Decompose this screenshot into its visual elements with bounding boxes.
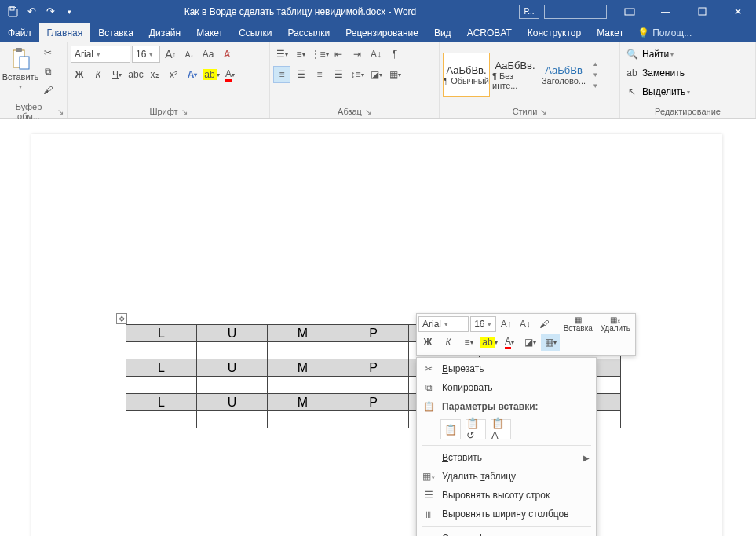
tab-file[interactable]: Файл xyxy=(0,23,39,42)
table-cell[interactable]: M xyxy=(268,325,338,342)
find-button[interactable]: 🔍Найти▾ xyxy=(623,46,690,63)
table-cell[interactable] xyxy=(197,411,268,428)
minimize-icon[interactable]: — xyxy=(648,0,684,23)
tab-home[interactable]: Главная xyxy=(39,23,91,42)
table-cell[interactable] xyxy=(197,342,268,359)
table-cell[interactable]: M xyxy=(268,394,338,411)
font-name-select[interactable]: Arial▾ xyxy=(71,46,130,63)
change-case-icon[interactable]: Aa xyxy=(199,46,217,63)
multilevel-icon[interactable]: ⋮≡▾ xyxy=(311,46,328,63)
table-cell[interactable]: L xyxy=(126,359,197,377)
table-cell[interactable] xyxy=(268,342,338,359)
dialog-launcher-icon[interactable]: ↘ xyxy=(540,108,546,116)
shading-icon[interactable]: ◪▾ xyxy=(367,66,385,83)
align-center-icon[interactable]: ☰ xyxy=(292,66,309,83)
account-area[interactable]: Р... xyxy=(519,0,607,23)
maximize-icon[interactable] xyxy=(684,0,720,23)
mini-bold-button[interactable]: Ж xyxy=(418,334,437,351)
mini-highlight-icon[interactable]: ab▾ xyxy=(480,334,499,351)
ribbon-display-icon[interactable] xyxy=(612,0,648,23)
text-effects-icon[interactable]: A▾ xyxy=(184,66,201,83)
numbering-icon[interactable]: ≡▾ xyxy=(292,46,309,63)
table-cell[interactable] xyxy=(126,342,197,359)
table-cell[interactable]: U xyxy=(197,394,268,411)
table-cell[interactable] xyxy=(338,411,409,428)
mini-size-select[interactable]: 16▾ xyxy=(470,316,495,332)
format-painter-icon[interactable]: 🖌 xyxy=(39,82,57,99)
bold-button[interactable]: Ж xyxy=(71,66,88,83)
paste-text-only-icon[interactable]: 📋A xyxy=(491,419,511,439)
superscript-button[interactable]: x² xyxy=(165,66,182,83)
mini-italic-button[interactable]: К xyxy=(439,334,458,351)
mini-delete-button[interactable]: ▦ₓУдалить xyxy=(597,315,634,333)
tell-me[interactable]: 💡Помощ... xyxy=(631,23,698,42)
tab-design[interactable]: Дизайн xyxy=(141,23,188,42)
paste-keep-source-icon[interactable]: 📋 xyxy=(440,419,461,439)
table-cell[interactable]: P xyxy=(338,325,409,342)
subscript-button[interactable]: x₂ xyxy=(146,66,163,83)
mini-borders-icon[interactable]: ▦▾ xyxy=(541,334,560,351)
justify-icon[interactable]: ☰ xyxy=(330,66,347,83)
ctx-copy[interactable]: ⧉Копировать xyxy=(417,378,596,397)
table-cell[interactable]: U xyxy=(197,325,268,342)
dialog-launcher-icon[interactable]: ↘ xyxy=(57,108,64,116)
align-left-icon[interactable]: ≡ xyxy=(273,66,290,83)
table-cell[interactable]: U xyxy=(197,359,268,377)
mini-font-color-icon[interactable]: A▾ xyxy=(500,334,519,351)
table-cell[interactable] xyxy=(197,377,268,394)
strikethrough-button[interactable]: abc xyxy=(127,66,144,83)
tab-review[interactable]: Рецензирование xyxy=(338,23,426,42)
mini-font-select[interactable]: Arial▾ xyxy=(418,316,469,332)
cut-icon[interactable]: ✂ xyxy=(39,44,57,61)
bullets-icon[interactable]: ☰▾ xyxy=(273,46,290,63)
decrease-indent-icon[interactable]: ⇤ xyxy=(330,46,347,63)
style-normal[interactable]: АаБбВв.¶ Обычный xyxy=(443,53,490,97)
table-cell[interactable] xyxy=(268,377,338,394)
borders-icon[interactable]: ▦▾ xyxy=(386,66,404,83)
format-painter-icon[interactable]: 🖌 xyxy=(535,315,553,333)
tab-insert[interactable]: Вставка xyxy=(90,23,141,42)
table-cell[interactable]: L xyxy=(126,325,197,342)
paste-button[interactable]: Вставить ▾ xyxy=(3,44,38,90)
tab-view[interactable]: Вид xyxy=(426,23,459,42)
select-button[interactable]: ↖Выделить▾ xyxy=(623,83,690,100)
dialog-launcher-icon[interactable]: ↘ xyxy=(181,108,188,116)
shrink-font-icon[interactable]: A↓ xyxy=(181,46,198,63)
style-heading1[interactable]: АаБбВвЗаголово... xyxy=(540,53,587,97)
paste-merge-icon[interactable]: 📋↺ xyxy=(466,419,486,439)
ctx-cut[interactable]: ✂Вырезать xyxy=(417,359,596,378)
align-right-icon[interactable]: ≡ xyxy=(311,66,328,83)
tab-references[interactable]: Ссылки xyxy=(231,23,279,42)
undo-icon[interactable]: ↶ xyxy=(24,4,39,20)
increase-indent-icon[interactable]: ⇥ xyxy=(349,46,366,63)
save-icon[interactable] xyxy=(5,4,20,20)
shrink-font-icon[interactable]: A↓ xyxy=(517,315,534,333)
table-cell[interactable]: L xyxy=(126,394,197,411)
font-size-select[interactable]: 16▾ xyxy=(132,46,160,63)
redo-icon[interactable]: ↷ xyxy=(42,4,58,20)
font-color-icon[interactable]: A▾ xyxy=(221,66,239,83)
sort-icon[interactable]: A↓ xyxy=(367,46,385,63)
italic-button[interactable]: К xyxy=(89,66,107,83)
replace-button[interactable]: abЗаменить xyxy=(623,64,690,82)
table-cell[interactable] xyxy=(126,411,197,428)
ctx-insert[interactable]: Вставить▶ xyxy=(417,448,596,467)
show-marks-icon[interactable]: ¶ xyxy=(386,46,404,63)
grow-font-icon[interactable]: A↑ xyxy=(498,315,515,333)
highlight-icon[interactable]: ab▾ xyxy=(203,66,220,83)
ctx-distribute-cols[interactable]: ⫼Выровнять ширину столбцов xyxy=(417,505,596,523)
ctx-border-styles[interactable]: Стили оформления границ▶ xyxy=(417,529,596,536)
qa-customize-icon[interactable]: ▾ xyxy=(61,4,77,20)
table-move-handle[interactable]: ✥ xyxy=(116,313,127,324)
close-icon[interactable]: ✕ xyxy=(720,0,756,23)
table-cell[interactable]: M xyxy=(268,359,338,377)
grow-font-icon[interactable]: A↑ xyxy=(162,46,179,63)
mini-shading-icon[interactable]: ◪▾ xyxy=(520,334,539,351)
ctx-distribute-rows[interactable]: ☰Выровнять высоту строк xyxy=(417,486,596,505)
underline-button[interactable]: Ч▾ xyxy=(108,66,126,83)
document-area[interactable]: ✥ LUMPICS LUMPICS LUMPICS Arial▾ 16▾ A↑ … xyxy=(0,119,756,536)
tab-mailings[interactable]: Рассылки xyxy=(279,23,338,42)
dialog-launcher-icon[interactable]: ↘ xyxy=(365,108,371,116)
copy-icon[interactable]: ⧉ xyxy=(39,63,57,80)
table-cell[interactable] xyxy=(338,342,409,359)
